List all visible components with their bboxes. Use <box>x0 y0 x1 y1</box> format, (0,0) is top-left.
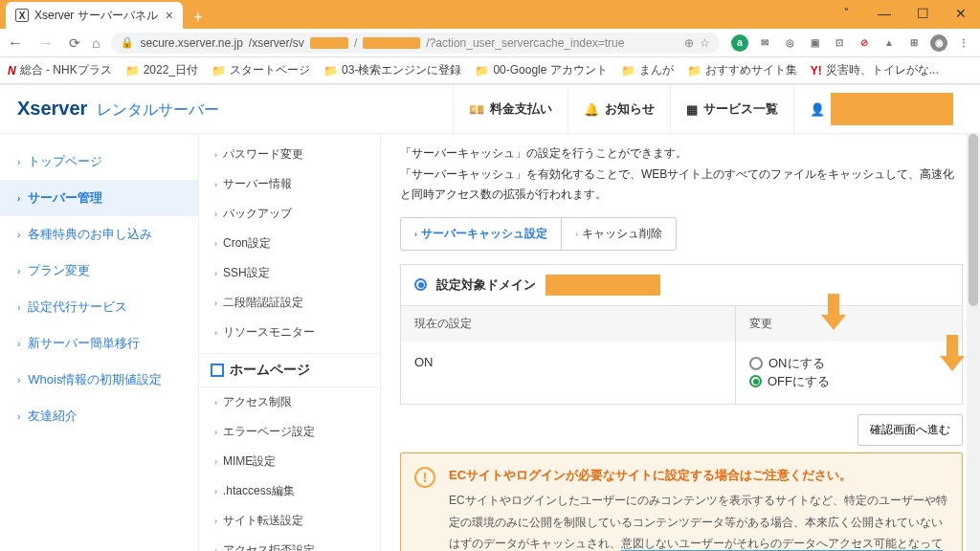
bookmark-item[interactable]: N総合 - NHKプラス <box>8 62 112 78</box>
home-button[interactable]: ⌂ <box>92 35 100 51</box>
subnav-item[interactable]: ›SSH設定 <box>199 258 380 288</box>
main-content: 「サーバーキャッシュ」の設定を行うことができます。 「サーバーキャッシュ」を有効… <box>381 134 980 551</box>
bookmark-folder[interactable]: 📁スタートページ <box>212 62 310 78</box>
annotation-arrow-icon <box>940 335 965 371</box>
sidebar-item-plan[interactable]: ›プラン変更 <box>0 253 198 289</box>
user-icon: 👤 <box>810 102 825 117</box>
subnav-section: ホームページ <box>199 353 380 387</box>
bookmark-folder[interactable]: 📁2022_日付 <box>125 62 198 78</box>
url-path-prefix: /xserver/sv <box>249 36 304 50</box>
grid-icon: ▦ <box>686 102 698 117</box>
subnav-item[interactable]: ›パスワード変更 <box>199 140 380 169</box>
star-icon[interactable]: ☆ <box>700 36 710 50</box>
subnav-item[interactable]: ›エラーページ設定 <box>199 417 380 447</box>
back-button[interactable]: ← <box>8 34 23 52</box>
content-tabs: ›サーバーキャッシュ設定 ›キャッシュ削除 <box>400 217 677 251</box>
tab-cache-delete[interactable]: ›キャッシュ削除 <box>562 218 676 250</box>
subnav-item[interactable]: ›バックアップ <box>199 199 380 229</box>
browser-toolbar: ← → ⟳ ⌂ 🔒 secure.xserver.ne.jp/xserver/s… <box>0 29 980 57</box>
bookmark-folder[interactable]: 📁まんが <box>621 62 674 78</box>
ext-icon[interactable]: ✉ <box>756 34 773 52</box>
url-path-suffix: /?action_user_servercache_index=true <box>426 36 624 50</box>
browser-tab[interactable]: X Xserver サーバーパネル × <box>6 2 183 29</box>
sidebar-item-server[interactable]: ›サーバー管理 <box>0 180 198 216</box>
subnav-item[interactable]: ›Cron設定 <box>199 229 380 258</box>
close-window-button[interactable]: ✕ <box>942 0 980 27</box>
subnav-item[interactable]: ›アクセス拒否設定 <box>199 536 380 551</box>
bookmarks-bar: N総合 - NHKプラス 📁2022_日付 📁スタートページ 📁03-検索エンジ… <box>0 57 980 84</box>
subnav-item[interactable]: ›リソースモニター <box>199 318 380 347</box>
username-redacted <box>831 93 953 125</box>
profile-avatar[interactable]: ◉ <box>930 34 947 52</box>
domain-label: 設定対象ドメイン <box>436 276 536 294</box>
translate-icon[interactable]: ⊕ <box>684 36 694 50</box>
ext-icon[interactable]: ⊞ <box>905 34 923 52</box>
url-redacted <box>363 37 420 49</box>
confirm-button[interactable]: 確認画面へ進む <box>858 414 963 446</box>
bookmark-item[interactable]: Y!災害時、トイレがな... <box>811 62 939 78</box>
page-header: Xserver レンタルサーバー 💴料金支払い 🔔お知らせ ▦サービス一覧 👤 <box>0 84 980 134</box>
scrollbar[interactable] <box>967 134 980 551</box>
sub-sidebar: ›パスワード変更 ›サーバー情報 ›バックアップ ›Cron設定 ›SSH設定 … <box>199 134 381 551</box>
subnav-item[interactable]: ›MIME設定 <box>199 447 380 476</box>
sidebar-item-top[interactable]: ›トップページ <box>0 143 198 180</box>
domain-redacted <box>546 275 660 296</box>
subnav-item[interactable]: ›.htaccess編集 <box>199 476 380 506</box>
subnav-item[interactable]: ›サーバー情報 <box>199 169 380 199</box>
pay-link[interactable]: 💴料金支払い <box>453 84 568 134</box>
maximize-button[interactable]: ☐ <box>903 0 942 27</box>
domain-selector-row: 設定対象ドメイン <box>400 264 963 306</box>
minimize-button[interactable]: — <box>865 0 903 27</box>
window-titlebar: X Xserver サーバーパネル × + ˅ — ☐ ✕ <box>0 0 980 29</box>
warning-body: ECサイトやログインしたユーザーにのみコンテンツを表示するサイトなど、特定のユー… <box>449 490 948 551</box>
url-bar[interactable]: 🔒 secure.xserver.ne.jp/xserver/sv//?acti… <box>111 33 720 54</box>
description: 「サーバーキャッシュ」の設定を行うことができます。 「サーバーキャッシュ」を有効… <box>400 143 963 206</box>
ext-icon[interactable]: ▲ <box>880 34 898 52</box>
reload-button[interactable]: ⟳ <box>69 35 80 51</box>
left-sidebar: ›トップページ ›サーバー管理 ›各種特典のお申し込み ›プラン変更 ›設定代行… <box>0 134 199 551</box>
notice-link[interactable]: 🔔お知らせ <box>568 84 670 134</box>
subnav-item[interactable]: ›アクセス制限 <box>199 387 380 417</box>
menu-icon[interactable]: ⋮ <box>955 34 972 52</box>
col-change: 変更 <box>736 306 962 342</box>
sidebar-item-whois[interactable]: ›Whois情報の初期値設定 <box>0 362 198 398</box>
site-favicon: X <box>15 9 29 22</box>
ext-icon[interactable]: ◎ <box>781 34 798 52</box>
chevron-down-icon[interactable]: ˅ <box>827 0 865 27</box>
bookmark-folder[interactable]: 📁03-検索エンジンに登録 <box>323 62 461 78</box>
services-link[interactable]: ▦サービス一覧 <box>670 84 793 134</box>
radio-domain[interactable] <box>414 278 427 291</box>
sidebar-item-daiko[interactable]: ›設定代行サービス <box>0 289 198 325</box>
annotation-arrow-icon <box>821 294 846 330</box>
tab-cache-settings[interactable]: ›サーバーキャッシュ設定 <box>401 218 562 250</box>
user-menu[interactable]: 👤 <box>793 84 963 134</box>
sidebar-item-referral[interactable]: ›友達紹介 <box>0 398 198 434</box>
ext-icon[interactable]: a <box>731 34 748 52</box>
ext-icon[interactable]: ⊘ <box>856 34 873 52</box>
ext-icon[interactable]: ⊡ <box>831 34 848 52</box>
url-redacted <box>310 37 348 49</box>
logo[interactable]: Xserver レンタルサーバー <box>17 98 219 121</box>
bookmark-folder[interactable]: 📁00-Google アカウント <box>475 62 607 78</box>
col-current: 現在の設定 <box>401 306 736 342</box>
warning-title: ECサイトやログインが必要なサイトに設定する場合はご注意ください。 <box>449 467 948 484</box>
yen-icon: 💴 <box>469 102 484 117</box>
url-host: secure.xserver.ne.jp <box>140 36 242 50</box>
tab-title: Xserver サーバーパネル <box>34 8 158 24</box>
warning-icon: ! <box>414 467 435 488</box>
scrollbar-thumb[interactable] <box>969 134 978 306</box>
ext-icon[interactable]: ▣ <box>806 34 823 52</box>
bookmark-folder[interactable]: 📁おすすめサイト集 <box>687 62 797 78</box>
warning-box: ! ECサイトやログインが必要なサイトに設定する場合はご注意ください。 ECサイ… <box>400 452 963 551</box>
settings-table: 現在の設定 変更 ON ONにする OFFにする <box>400 306 963 405</box>
sidebar-item-migration[interactable]: ›新サーバー簡単移行 <box>0 325 198 362</box>
radio-on[interactable]: ONにする <box>749 355 825 372</box>
radio-off[interactable]: OFFにする <box>749 373 830 390</box>
subnav-item[interactable]: ›二段階認証設定 <box>199 288 380 318</box>
subnav-item[interactable]: ›サイト転送設定 <box>199 506 380 536</box>
close-tab-icon[interactable]: × <box>166 8 173 23</box>
new-tab-button[interactable]: + <box>187 6 210 29</box>
bell-icon: 🔔 <box>584 102 599 117</box>
sidebar-item-tokuten[interactable]: ›各種特典のお申し込み <box>0 216 198 253</box>
forward-button[interactable]: → <box>38 34 54 52</box>
